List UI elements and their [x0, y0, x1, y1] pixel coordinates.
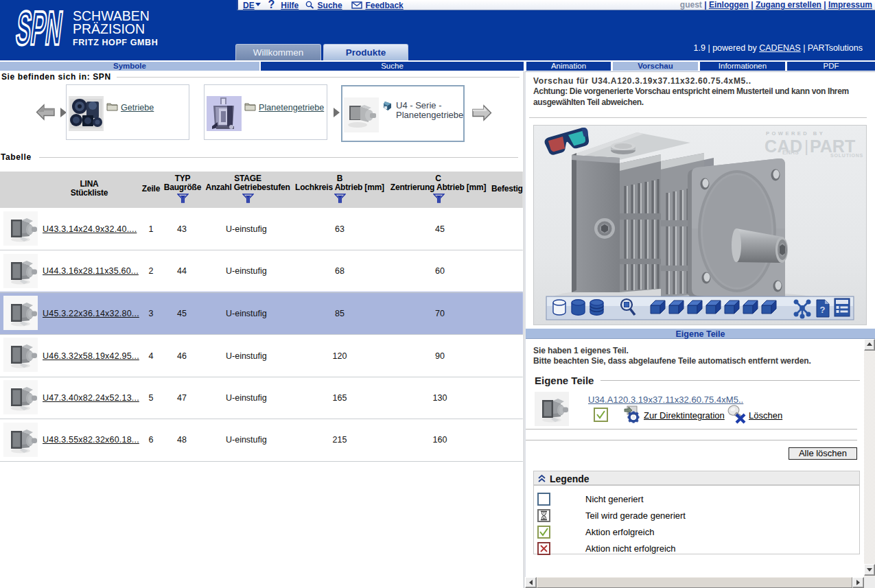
- svg-text:SOLUTIONS: SOLUTIONS: [830, 153, 863, 158]
- svg-text:SPN: SPN: [13, 7, 65, 48]
- svg-text:POWERED BY: POWERED BY: [766, 130, 825, 137]
- svg-text:?: ?: [820, 305, 826, 315]
- svg-text:ENAS: ENAS: [782, 149, 799, 156]
- svg-text:|: |: [804, 137, 808, 155]
